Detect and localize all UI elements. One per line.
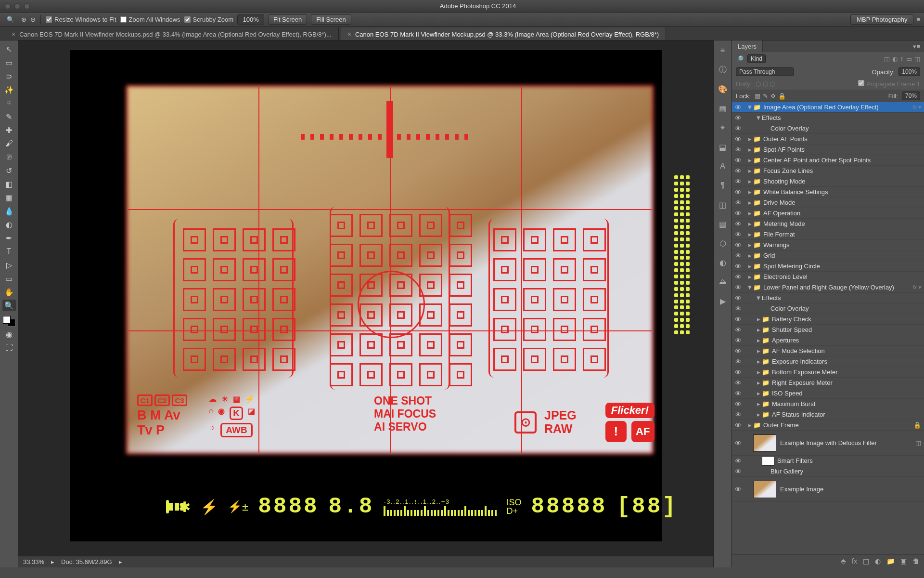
layer-row[interactable]: 👁▸📁Apertures [732, 335, 924, 346]
group-icon[interactable]: 📁 [886, 557, 895, 565]
expand-arrow-icon[interactable]: ▸ [746, 210, 753, 217]
layer-row[interactable]: 👁▸📁Outer Frame🔒 [732, 420, 924, 431]
visibility-eye-icon[interactable]: 👁 [732, 400, 744, 408]
expand-arrow-icon[interactable]: ▸ [746, 135, 753, 143]
visibility-eye-icon[interactable]: 👁 [732, 220, 744, 228]
visibility-eye-icon[interactable]: 👁 [732, 114, 744, 122]
zoom-tool-icon[interactable]: 🔍 [4, 14, 17, 26]
expand-arrow-icon[interactable]: ▼ [755, 114, 762, 121]
lock-move-icon[interactable]: ✥ [770, 92, 776, 100]
visibility-eye-icon[interactable]: 👁 [732, 263, 744, 270]
resize-windows-check[interactable]: Resize Windows to Fit [46, 16, 116, 23]
path-select-tool[interactable]: ▷ [2, 259, 16, 271]
blur-tool[interactable]: 💧 [2, 205, 16, 217]
layer-fx-icon[interactable]: fx [852, 557, 857, 565]
wand-tool[interactable]: ✨ [2, 84, 16, 95]
visibility-eye-icon[interactable]: 👁 [732, 273, 744, 281]
filter-shape-icon[interactable]: ▭ [906, 55, 912, 63]
expand-arrow-icon[interactable]: ▸ [746, 220, 753, 227]
layer-row[interactable]: 👁▸📁Exposure Indicators [732, 356, 924, 367]
visibility-eye-icon[interactable]: 👁 [732, 439, 744, 447]
zoom-out-icon[interactable]: ⊖ [30, 16, 36, 23]
expand-arrow-icon[interactable]: ▼ [755, 294, 762, 302]
visibility-eye-icon[interactable]: 👁 [732, 315, 744, 323]
fit-screen-button[interactable]: Fit Screen [268, 14, 307, 25]
layer-row[interactable]: 👁▸📁Maximum Burst [732, 399, 924, 409]
visibility-eye-icon[interactable]: 👁 [732, 486, 744, 493]
expand-arrow-icon[interactable]: ▸ [755, 347, 762, 355]
expand-arrow-icon[interactable]: ▸ [755, 379, 762, 386]
expand-arrow-icon[interactable]: ▸ [746, 188, 753, 196]
shape-tool[interactable]: ▭ [2, 273, 16, 284]
expand-arrow-icon[interactable]: ▸ [755, 315, 762, 323]
layer-row[interactable]: 👁▸📁Warnings [732, 240, 924, 250]
layer-row[interactable]: 👁▸📁Metering Mode [732, 219, 924, 229]
visibility-eye-icon[interactable]: 👁 [732, 210, 744, 217]
lock-all-icon[interactable]: 🔒 [778, 92, 786, 100]
workspace-switcher[interactable]: MBP Photography [850, 14, 913, 25]
layer-row[interactable]: 👁▸📁Right Exposure Meter [732, 378, 924, 388]
document-tab-0[interactable]: ×Canon EOS 7D Mark II Viewfinder Mockups… [5, 27, 339, 40]
layer-mask-icon[interactable]: ◫ [863, 557, 869, 565]
filter-type-icon[interactable]: T [900, 55, 904, 63]
dock-icon[interactable]: 🎨 [718, 84, 728, 94]
dock-icon[interactable]: A [718, 161, 728, 171]
expand-arrow-icon[interactable]: ▸ [746, 421, 753, 429]
marquee-tool[interactable]: ▭ [2, 57, 16, 68]
lock-trans-icon[interactable]: ▦ [755, 92, 760, 100]
filter-smart-icon[interactable]: ◫ [914, 55, 920, 63]
layer-row[interactable]: 👁▸📁ISO Speed [732, 388, 924, 399]
expand-arrow-icon[interactable]: ▸ [755, 411, 762, 418]
expand-arrow-icon[interactable]: ▸ [746, 252, 753, 259]
expand-arrow-icon[interactable]: ▸ [746, 241, 753, 249]
dock-icon[interactable]: ▦ [718, 103, 728, 114]
status-chevron-icon[interactable]: ▸ [51, 558, 54, 565]
expand-arrow-icon[interactable]: ▸ [746, 178, 753, 185]
visibility-eye-icon[interactable]: 👁 [732, 178, 744, 185]
visibility-eye-icon[interactable]: 👁 [732, 468, 744, 475]
layer-row[interactable]: 👁▸📁Grid [732, 250, 924, 261]
minimize-dot[interactable] [14, 3, 20, 9]
color-swatch[interactable] [3, 316, 15, 327]
visibility-eye-icon[interactable]: 👁 [732, 326, 744, 334]
expand-arrow-icon[interactable]: ▸ [755, 400, 762, 407]
layer-row[interactable]: 👁Color Overlay [732, 303, 924, 314]
expand-arrow-icon[interactable]: ▸ [746, 273, 753, 280]
layer-row[interactable]: 👁▼📁Image Area (Optional Red Overlay Effe… [732, 102, 924, 113]
visibility-eye-icon[interactable]: 👁 [732, 390, 744, 397]
expand-arrow-icon[interactable]: ▸ [755, 326, 762, 333]
gradient-tool[interactable]: ▦ [2, 192, 16, 203]
expand-arrow-icon[interactable]: ▸ [746, 157, 753, 164]
layers-tab[interactable]: Layers [732, 40, 763, 53]
zoom-all-check[interactable]: Zoom All Windows [120, 16, 180, 23]
layer-row[interactable]: 👁▸📁Shutter Speed [732, 325, 924, 335]
expand-arrow-icon[interactable]: ▼ [746, 104, 753, 111]
zoom-level[interactable]: 100% [237, 14, 264, 25]
layer-row[interactable]: 👁▸📁AF Operation [732, 208, 924, 219]
pen-tool[interactable]: ✒ [2, 232, 16, 244]
dock-icon[interactable]: ◐ [718, 257, 728, 268]
dock-icon[interactable]: ▤ [718, 219, 728, 229]
zoom-dot[interactable] [24, 3, 30, 9]
layer-row[interactable]: 👁▸📁AF Status Indicator [732, 409, 924, 420]
layer-row[interactable]: 👁▸📁Drive Mode [732, 197, 924, 208]
fill-value[interactable]: 70% [902, 92, 920, 100]
blend-mode[interactable]: Pass Through [736, 67, 794, 76]
healing-tool[interactable]: ✚ [2, 124, 16, 136]
visibility-eye-icon[interactable]: 👁 [732, 241, 744, 249]
eyedropper-tool[interactable]: ✎ [2, 111, 16, 122]
layer-row[interactable]: 👁▸📁File Format [732, 229, 924, 240]
visibility-eye-icon[interactable]: 👁 [732, 125, 744, 132]
visibility-eye-icon[interactable]: 👁 [732, 421, 744, 429]
filter-adj-icon[interactable]: ◐ [892, 55, 898, 63]
dock-icon[interactable]: ⬓ [718, 142, 728, 152]
dock-icon[interactable]: ⬡ [718, 238, 728, 249]
trash-icon[interactable]: 🗑 [912, 557, 919, 565]
expand-arrow-icon[interactable]: ▸ [746, 231, 753, 238]
new-layer-icon[interactable]: ▣ [900, 557, 907, 565]
layer-row[interactable]: 👁▸📁Focus Zone Lines [732, 166, 924, 176]
panel-menu-icon[interactable]: ▾≡ [909, 43, 924, 50]
expand-arrow-icon[interactable]: ▼ [746, 284, 753, 291]
visibility-eye-icon[interactable]: 👁 [732, 157, 744, 164]
visibility-eye-icon[interactable]: 👁 [732, 379, 744, 387]
